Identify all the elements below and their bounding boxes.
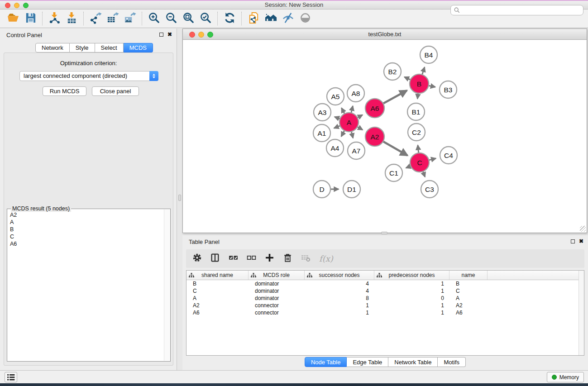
close-table-panel-icon[interactable]: ✖ (579, 239, 583, 243)
run-mcds-button[interactable]: Run MCDS (43, 86, 86, 96)
result-item[interactable]: A2 (10, 211, 161, 219)
node-A8[interactable]: A8 (347, 85, 364, 102)
node-A4[interactable]: A4 (326, 139, 344, 157)
memory-button[interactable]: Memory (547, 372, 584, 382)
cell-successor-nodes[interactable]: 4 (305, 287, 374, 295)
close-panel-icon[interactable]: ✖ (167, 32, 172, 37)
cell-shared-name[interactable]: C (186, 287, 249, 295)
network-window-titlebar[interactable]: testGlobe.txt (183, 29, 587, 40)
node-B[interactable]: B (410, 74, 429, 93)
tab-mcds[interactable]: MCDS (124, 43, 153, 52)
close-panel-button[interactable]: Close panel (92, 86, 139, 96)
edge-B-B2[interactable] (404, 77, 411, 80)
cell-shared-name[interactable]: A2 (186, 302, 249, 309)
node-D1[interactable]: D1 (343, 181, 360, 198)
home-button[interactable] (262, 11, 279, 26)
tab-edge-table[interactable]: Edge Table (347, 357, 388, 367)
column-header-successor-nodes[interactable]: successor nodes (305, 271, 374, 280)
tab-network[interactable]: Network (35, 43, 70, 52)
cell-name[interactable]: B (449, 280, 488, 287)
delete-columns-button[interactable] (283, 253, 292, 264)
float-table-panel-icon[interactable] (571, 239, 575, 243)
edge-A-A4[interactable] (341, 130, 345, 137)
edge-C-C4[interactable] (428, 158, 435, 160)
cell-MCDS-role[interactable]: dominator (249, 295, 305, 302)
network-minimize-button[interactable] (198, 32, 204, 38)
table-mode-button[interactable] (192, 253, 202, 264)
node-A3[interactable]: A3 (314, 104, 331, 121)
node-B2[interactable]: B2 (384, 63, 401, 80)
result-item[interactable]: C (10, 233, 161, 240)
hide-eye-button[interactable] (279, 11, 296, 26)
mcds-result-list[interactable]: A2ABCA6 (7, 210, 164, 361)
cell-shared-name[interactable]: A (186, 295, 249, 302)
resize-grip-icon[interactable] (580, 226, 586, 232)
cell-predecessor-nodes[interactable]: 1 (374, 280, 449, 287)
result-item[interactable]: A (10, 219, 161, 226)
node-A[interactable]: A (339, 113, 359, 132)
export-table-button[interactable] (104, 11, 121, 26)
cell-name[interactable]: A6 (449, 309, 488, 316)
node-C4[interactable]: C4 (440, 147, 457, 164)
edge-B-B3[interactable] (428, 86, 435, 87)
network-graph[interactable]: B4B2BB3A8A5A6A3B1AA1C2A2A4A7C4CC1C3DD1 (183, 40, 587, 233)
node-A6[interactable]: A6 (365, 99, 384, 118)
cell-shared-name[interactable]: A6 (186, 309, 249, 316)
cell-MCDS-role[interactable]: connector (249, 302, 305, 309)
network-zoom-button[interactable] (207, 32, 213, 38)
criterion-dropdown[interactable]: largest connected component (directed) (19, 71, 158, 81)
save-session-button[interactable] (22, 11, 39, 26)
edge-A6-B[interactable] (383, 91, 407, 104)
column-header-MCDS-role[interactable]: MCDS role (249, 271, 305, 280)
node-B3[interactable]: B3 (440, 81, 457, 98)
column-header-name[interactable]: name (449, 271, 488, 280)
network-close-button[interactable] (189, 32, 195, 38)
node-A2[interactable]: A2 (365, 127, 384, 146)
edge-A2-C[interactable] (382, 141, 407, 156)
node-D[interactable]: D (313, 181, 330, 198)
edge-A-A5[interactable] (342, 108, 345, 114)
export-network-button[interactable] (87, 11, 104, 26)
edge-A-A1[interactable] (334, 125, 341, 128)
tab-network-table[interactable]: Network Table (388, 357, 438, 367)
result-item[interactable]: A6 (10, 240, 161, 248)
create-column-button[interactable] (265, 253, 274, 264)
table-row[interactable]: Bdominator41B (186, 280, 584, 287)
edge-A-A7[interactable] (351, 131, 353, 138)
column-header-predecessor-nodes[interactable]: predecessor nodes (374, 271, 449, 280)
close-window-button[interactable] (5, 3, 10, 8)
node-B1[interactable]: B1 (407, 103, 425, 120)
cell-predecessor-nodes[interactable]: 1 (374, 287, 449, 295)
cell-MCDS-role[interactable]: dominator (249, 280, 305, 287)
import-network-button[interactable] (46, 11, 63, 26)
network-canvas[interactable]: B4B2BB3A8A5A6A3B1AA1C2A2A4A7C4CC1C3DD1 (183, 40, 587, 233)
node-C1[interactable]: C1 (385, 164, 402, 181)
apply-layout-button[interactable] (221, 11, 238, 26)
table-scrollbar[interactable] (578, 271, 584, 355)
show-columns-button[interactable] (210, 253, 220, 264)
cell-predecessor-nodes[interactable]: 1 (374, 309, 449, 316)
zoom-window-button[interactable] (23, 3, 29, 8)
cell-name[interactable]: A (449, 295, 488, 302)
result-item[interactable]: B (10, 226, 161, 233)
horizontal-split-handle[interactable] (381, 232, 387, 234)
column-header-shared-name[interactable]: shared name (186, 271, 249, 280)
tab-motifs[interactable]: Motifs (438, 357, 466, 367)
vertical-split-handle[interactable] (178, 195, 181, 201)
select-all-button[interactable] (229, 253, 238, 264)
import-table-button[interactable] (63, 11, 80, 26)
table-row[interactable]: A6connector11A6 (186, 309, 584, 316)
cell-predecessor-nodes[interactable]: 0 (374, 295, 449, 302)
float-panel-icon[interactable] (159, 33, 163, 37)
cell-successor-nodes[interactable]: 4 (305, 280, 374, 287)
cell-MCDS-role[interactable]: connector (249, 309, 305, 316)
tab-select[interactable]: Select (95, 43, 124, 52)
cell-successor-nodes[interactable]: 1 (305, 309, 374, 316)
open-file-button[interactable] (5, 11, 22, 26)
copy-network-button[interactable] (245, 11, 262, 26)
cell-shared-name[interactable]: B (186, 280, 249, 287)
search-input[interactable] (450, 5, 583, 15)
edge-C-C2[interactable] (418, 145, 419, 153)
node-C2[interactable]: C2 (408, 124, 425, 141)
zoom-selected-button[interactable] (197, 11, 214, 26)
